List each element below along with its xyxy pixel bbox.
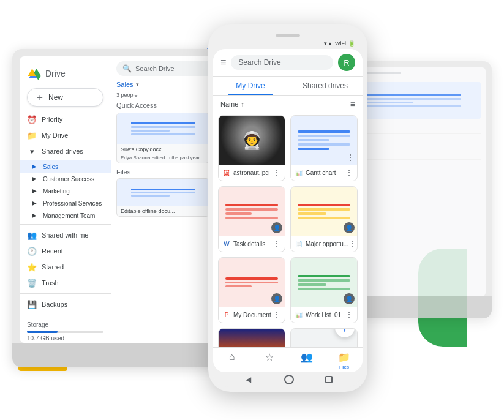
back-button[interactable]: ◀: [243, 375, 253, 384]
phone-speaker: [276, 34, 300, 37]
wifi-icon: WiFi: [335, 40, 346, 47]
worklist-line: [298, 275, 350, 277]
tab-shared-drives[interactable]: Shared drives: [288, 77, 363, 95]
list-view-icon[interactable]: ≡: [350, 99, 355, 109]
more-icon-task[interactable]: ⋮: [273, 239, 281, 249]
task-lines: [225, 202, 278, 221]
file-info-task: W Task details ⋮: [219, 236, 285, 252]
shared-drive-customer-success[interactable]: ▶ Customer Success: [20, 173, 111, 185]
nav-item-files[interactable]: 📁 Files: [325, 351, 363, 370]
gantt-line: [298, 135, 350, 137]
more-icon-mydoc[interactable]: ⋮: [273, 310, 281, 320]
major-line: [298, 212, 327, 215]
phone-notch: [213, 34, 363, 37]
shared-drive-cs-label: Customer Success: [43, 176, 94, 182]
preview-line: [131, 126, 195, 128]
file-name-row-major: 📄 Major opportu...: [295, 239, 348, 248]
gantt-line: [298, 143, 350, 146]
more-icon-major[interactable]: ⋮: [348, 239, 357, 249]
more-icon-worklist[interactable]: ⋮: [345, 310, 353, 320]
nav-item-shared[interactable]: 👥: [288, 351, 325, 370]
file-name-astronaut: astronaut.jpg: [233, 170, 269, 176]
phone-file-grid: 👨‍🚀 🖼 astronaut.jpg ⋮: [213, 113, 363, 347]
word-icon: W: [222, 239, 231, 248]
shared-drive-sales[interactable]: ▶ Sales: [20, 160, 111, 173]
file-bottom-0[interactable]: Editable offline docu...: [116, 178, 209, 217]
phone-search-bar[interactable]: Search Drive: [231, 55, 333, 70]
sidebar-item-swm-label: Shared with me: [42, 231, 88, 239]
task-line: [225, 217, 278, 219]
people-nav-icon: 👥: [301, 351, 313, 363]
sort-name: Name: [220, 100, 238, 108]
mydoc-line: [225, 277, 278, 280]
more-icon-astronaut[interactable]: ⋮: [273, 168, 281, 178]
sidebar-item-priority[interactable]: ⏰ Priority: [20, 111, 111, 127]
user-badge-task: 👤: [271, 222, 282, 233]
nav-item-starred[interactable]: ☆: [250, 351, 288, 370]
file-card-tokyo[interactable]: Next Tokyo... 🖼 Next Tokyo... ⋮: [218, 328, 285, 347]
shared-drive-professional[interactable]: ▶ Professional Services: [20, 197, 111, 209]
tab-my-drive[interactable]: My Drive: [213, 77, 288, 95]
sort-arrow: ↑: [241, 100, 244, 108]
file-card-worklist[interactable]: 👤 📊 Work List_01 ⋮: [290, 257, 358, 323]
mydoc-line: [225, 282, 278, 283]
astronaut-image: 👨‍🚀: [219, 116, 285, 165]
file-name-task: Task details: [233, 241, 265, 247]
fab-plus-icon: [339, 328, 351, 334]
tab-shared-drives-label: Shared drives: [303, 81, 348, 90]
sidebar-item-priority-label: Priority: [42, 116, 62, 123]
file-card-astronaut[interactable]: 👨‍🚀 🖼 astronaut.jpg ⋮: [218, 115, 285, 181]
file-card-major[interactable]: 👤 📄 Major opportu... ⋮: [290, 186, 358, 252]
sidebar-item-shared-drives[interactable]: ▾ Shared drives: [20, 143, 111, 159]
file-sub-0: Priya Sharma edited in the past year: [117, 155, 209, 163]
sidebar-item-trash[interactable]: 🗑️ Trash: [20, 275, 111, 291]
docs-line: [298, 347, 350, 348]
sidebar-item-recent[interactable]: 🕐 Recent: [20, 243, 111, 259]
file-name-row-worklist: 📊 Work List_01: [295, 310, 341, 319]
shared-drive-marketing[interactable]: ▶ Marketing: [20, 185, 111, 197]
drive-icon: ▶: [32, 163, 39, 170]
file-card-task[interactable]: 👤 W Task details ⋮: [218, 186, 285, 252]
storage-section: Storage 10.7 GB used: [20, 318, 111, 343]
file-preview-major: 👤: [291, 187, 357, 236]
file-name-mydoc: My Document: [233, 312, 271, 318]
file-card-0[interactable]: Sue's Copy.docx Priya Sharma edited in t…: [116, 113, 209, 163]
sidebar-item-my-drive[interactable]: 📁 My Drive: [20, 127, 111, 143]
mydoc-line: [225, 285, 252, 287]
sidebar-item-starred[interactable]: ⭐ Starred: [20, 259, 111, 275]
worklist-lines: [298, 273, 350, 292]
shared-drive-ps-label: Professional Services: [43, 200, 102, 207]
file-name-row-gantt: 📊 Gantt chart: [295, 168, 336, 177]
sort-label[interactable]: Name ↑: [220, 100, 244, 108]
monitor-icon: ▾: [27, 146, 37, 156]
shared-drive-management[interactable]: ▶ Management Team: [20, 209, 111, 222]
gantt-lines: [298, 129, 350, 152]
phone-tabs: My Drive Shared drives: [213, 77, 363, 96]
hamburger-icon[interactable]: ≡: [220, 57, 226, 68]
phone-avatar[interactable]: R: [338, 54, 355, 71]
star-nav-icon: ☆: [265, 351, 274, 363]
home-button[interactable]: [284, 375, 294, 384]
sidebar-item-backups[interactable]: 💾 Backups: [20, 296, 111, 312]
folder-icon: 📁: [27, 130, 37, 140]
file-preview-gantt: ⋮: [291, 116, 357, 165]
more-icon-gantt[interactable]: ⋮: [345, 168, 353, 178]
backup-icon: 💾: [27, 299, 37, 309]
major-line: [298, 204, 350, 206]
file-card-mydoc[interactable]: 👤 P My Document ⋮: [218, 257, 285, 323]
file-info-gantt: 📊 Gantt chart ⋮: [291, 165, 357, 181]
sidebar-item-shared-with-me[interactable]: 👥 Shared with me: [20, 227, 111, 243]
phone-search-placeholder: Search Drive: [238, 58, 280, 67]
file-bottom-preview-0: [117, 179, 209, 206]
recents-button[interactable]: [325, 376, 333, 383]
worklist-line: [298, 283, 327, 286]
recent-icon: 🕐: [27, 246, 37, 256]
nav-item-home[interactable]: ⌂: [213, 351, 250, 370]
file-card-gantt[interactable]: ⋮ 📊 Gantt chart ⋮: [290, 115, 358, 181]
signal-icon: ▼▲: [323, 41, 333, 47]
new-button[interactable]: ＋ New: [27, 88, 103, 107]
more-icon-gantt-overlay: ⋮: [346, 152, 355, 162]
file-card-docs[interactable]: 📄: [290, 328, 358, 347]
gantt-line: [298, 148, 329, 150]
tokyo-bg: Next Tokyo...: [219, 329, 285, 347]
